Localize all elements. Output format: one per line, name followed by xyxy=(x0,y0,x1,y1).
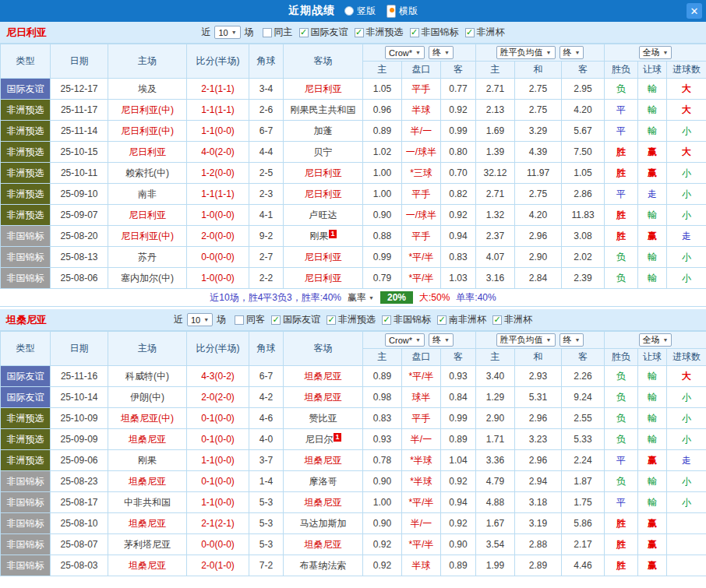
match-date: 25-11-17 xyxy=(51,100,108,121)
handicap-line: 半/一 xyxy=(402,429,441,450)
odds-source-select[interactable]: Crow* ▼ xyxy=(385,333,425,347)
avg-away-odds: 2.02 xyxy=(562,247,605,268)
match-row: 非国锦标25-08-23坦桑尼亚0-1(0-0)1-4摩洛哥0.90*半球0.9… xyxy=(1,471,706,492)
subcol-handicap: 盘口 xyxy=(402,349,441,366)
match-row: 非洲预选25-10-11赖索托(中)1-2(0-0)2-5尼日利亚1.00*三球… xyxy=(1,163,706,184)
filter-checkbox[interactable]: ✓国际友谊 xyxy=(271,313,320,326)
goals-cell: 走 xyxy=(667,450,706,471)
odds-away: 0.80 xyxy=(441,142,476,163)
radio-horizontal-layout[interactable]: 横版 xyxy=(387,5,418,18)
filter-checkbox[interactable]: 同客 xyxy=(235,313,265,326)
checkbox-label: 南非洲杯 xyxy=(449,313,486,326)
filter-checkbox[interactable]: ✓国际友谊 xyxy=(299,26,348,39)
corner-score: 2-5 xyxy=(249,163,284,184)
handicap-line: 平手 xyxy=(402,226,441,247)
odds-source-select[interactable]: Crow* ▼ xyxy=(385,46,425,59)
fullmatch-header: 全场 ▼ xyxy=(605,332,706,349)
close-button[interactable]: ✕ xyxy=(687,3,702,19)
filter-checkbox[interactable]: ✓非洲杯 xyxy=(465,26,505,39)
chevron-down-icon: ▼ xyxy=(663,337,669,343)
match-score: 2-0(2-0) xyxy=(187,387,249,408)
filter-checkbox[interactable]: ✓非洲预选 xyxy=(355,26,404,39)
checkbox-label: 非洲杯 xyxy=(504,313,532,326)
filter-checkbox[interactable]: 同主 xyxy=(263,26,293,39)
match-row: 非洲预选25-09-10南非1-1(1-1)2-3尼日利亚1.00平手0.822… xyxy=(1,184,706,205)
odds-away: 0.89 xyxy=(441,555,476,576)
result-cell: 胜 xyxy=(605,226,638,247)
match-count-select[interactable]: 10 ▼ xyxy=(187,313,213,326)
home-team: 坦桑尼亚 xyxy=(108,471,187,492)
filter-checkbox[interactable]: ✓非洲预选 xyxy=(327,313,376,326)
win-rate-badge: 20% xyxy=(380,291,413,304)
avg-draw-odds: 2.96 xyxy=(515,408,562,429)
avg-away-odds: 5.86 xyxy=(562,513,605,534)
win-rate-select[interactable]: 赢率 ▼ xyxy=(348,291,374,305)
final-avg-select[interactable]: 终 ▼ xyxy=(560,46,584,59)
filter-checkbox[interactable]: ✓非国锦标 xyxy=(382,313,431,326)
fullmatch-select[interactable]: 全场 ▼ xyxy=(639,46,672,59)
letgoal-cell: 輸 xyxy=(638,247,667,268)
match-type: 非国锦标 xyxy=(1,492,51,513)
match-type: 非洲预选 xyxy=(1,163,51,184)
letgoal-cell: 輸 xyxy=(638,387,667,408)
goals-cell: 小 xyxy=(667,121,706,142)
goals-cell: 走 xyxy=(667,226,706,247)
match-date: 25-08-17 xyxy=(51,492,108,513)
match-type: 非洲预选 xyxy=(1,429,51,450)
match-score: 2-1(1-1) xyxy=(187,79,249,100)
fullmatch-select[interactable]: 全场 ▼ xyxy=(639,333,672,347)
corner-score: 4-0 xyxy=(249,429,284,450)
chevron-down-icon: ▼ xyxy=(231,30,237,35)
chevron-down-icon: ▼ xyxy=(415,337,421,343)
radio-vertical-layout[interactable]: 竖版 xyxy=(344,5,376,18)
col-date: 日期 xyxy=(51,44,108,79)
filter-checkbox[interactable]: ✓非洲杯 xyxy=(492,313,532,326)
col-corner: 角球 xyxy=(249,44,284,79)
avg-home-odds: 32.12 xyxy=(476,163,515,184)
match-date: 25-12-17 xyxy=(51,79,108,100)
filter-checkbox[interactable]: ✓非国锦标 xyxy=(410,26,459,39)
avg-odds-select[interactable]: 胜平负均值 ▼ xyxy=(496,46,556,59)
match-date: 25-08-10 xyxy=(51,513,108,534)
summary-bar: 近10场，胜4平3负3，胜率:40% 赢率 ▼ 20% 大:50% 单率:40% xyxy=(0,289,706,307)
match-type: 非国锦标 xyxy=(1,247,51,268)
match-row: 非国锦标25-08-03坦桑尼亚2-0(1-0)7-2布基纳法索0.92半球0.… xyxy=(1,555,706,576)
avg-away-odds: 2.86 xyxy=(562,184,605,205)
odds-away: 0.92 xyxy=(441,205,476,226)
match-count-select[interactable]: 10 ▼ xyxy=(214,26,240,39)
section-header: 尼日利亚 近 10 ▼ 场 同主✓国际友谊✓非洲预选✓非国锦标✓非洲杯 xyxy=(0,22,706,44)
match-date: 25-09-06 xyxy=(51,450,108,471)
match-row: 非洲预选25-09-06刚果1-1(0-0)3-7坦桑尼亚0.78*半球1.04… xyxy=(1,450,706,471)
goals-cell: 大 xyxy=(667,142,706,163)
avg-odds-select[interactable]: 胜平负均值 ▼ xyxy=(496,333,556,347)
section-nigeria: 尼日利亚 近 10 ▼ 场 同主✓国际友谊✓非洲预选✓非国锦标✓非洲杯 类型 日… xyxy=(0,22,706,307)
subcol-odds-home: 主 xyxy=(363,62,402,79)
handicap-line: *平/半 xyxy=(402,366,441,387)
handicap-line: 一/球半 xyxy=(402,205,441,226)
odds-home: 0.93 xyxy=(363,429,402,450)
chevron-down-icon: ▼ xyxy=(546,50,552,55)
letgoal-cell: 赢 xyxy=(638,163,667,184)
goals-cell: 小 xyxy=(667,205,706,226)
match-row: 非洲预选25-09-07尼日利亚1-0(0-0)4-1卢旺达0.90一/球半0.… xyxy=(1,205,706,226)
avg-away-odds: 1.75 xyxy=(562,492,605,513)
handicap-line: *平/半 xyxy=(402,492,441,513)
odds-home: 0.90 xyxy=(363,205,402,226)
filter-checkbox[interactable]: ✓南非洲杯 xyxy=(437,313,486,326)
letgoal-cell: 赢 xyxy=(638,513,667,534)
avg-away-odds: 1.05 xyxy=(562,163,605,184)
subcol-avg-win: 主 xyxy=(476,62,515,79)
letgoal-cell: 輸 xyxy=(638,100,667,121)
avg-away-odds: 11.83 xyxy=(562,205,605,226)
match-row: 非国锦标25-08-17中非共和国1-1(0-0)5-3坦桑尼亚1.00*平/半… xyxy=(1,492,706,513)
result-cell: 胜 xyxy=(605,534,638,555)
final-odds-select[interactable]: 终 ▼ xyxy=(429,46,454,59)
home-team: 尼日利亚 xyxy=(108,142,187,163)
final-odds-select[interactable]: 终 ▼ xyxy=(429,333,454,347)
away-team: 尼日利亚 xyxy=(284,268,363,289)
match-date: 25-08-07 xyxy=(51,534,108,555)
odds-home: 0.79 xyxy=(363,268,402,289)
home-team: 尼日利亚(中) xyxy=(108,100,187,121)
final-avg-select[interactable]: 终 ▼ xyxy=(560,333,584,347)
match-date: 25-08-06 xyxy=(51,268,108,289)
